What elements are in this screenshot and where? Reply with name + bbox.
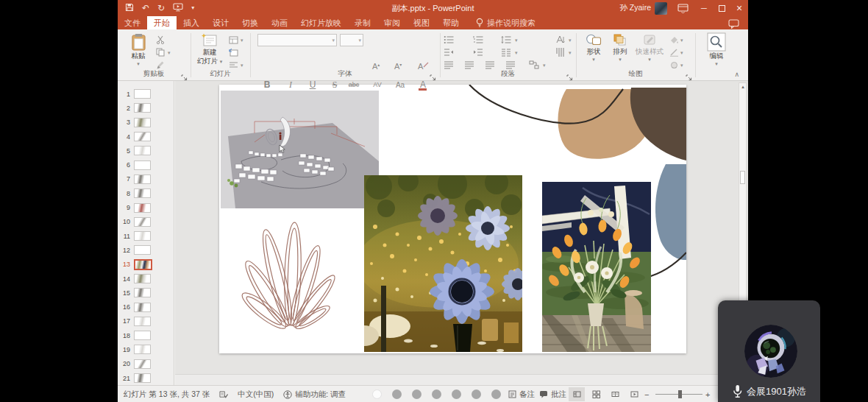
paragraph-dialog-launcher-icon[interactable] — [566, 71, 573, 77]
slide-thumbnail[interactable]: 19 — [118, 342, 174, 356]
accessibility-status[interactable]: 辅助功能: 调查 — [283, 389, 346, 400]
editing-button[interactable]: 编辑 ▾ — [700, 32, 733, 66]
font-size-combobox[interactable]: ▾ — [340, 34, 363, 46]
maximize-button[interactable] — [713, 0, 730, 16]
annotation-dot[interactable] — [491, 389, 501, 399]
annotation-dot-active[interactable] — [372, 389, 382, 399]
shape-effects-button[interactable] — [668, 60, 680, 70]
current-slide[interactable] — [219, 85, 686, 353]
slide-thumbnail[interactable]: 15 — [118, 286, 174, 300]
notes-button[interactable]: 备注 — [508, 386, 535, 402]
account-avatar[interactable] — [655, 2, 667, 15]
numbering-button[interactable] — [472, 35, 484, 45]
slide-thumbnail[interactable]: 1 — [118, 87, 174, 101]
change-case-button[interactable]: Aa — [393, 78, 408, 91]
slide-thumbnail[interactable]: 7 — [118, 172, 174, 186]
slide-sorter-view-button[interactable] — [588, 387, 604, 401]
slide-thumbnail[interactable]: 20 — [118, 357, 174, 371]
undo-icon[interactable]: ↶ — [142, 4, 149, 13]
annotation-dot[interactable] — [392, 389, 402, 399]
italic-button[interactable]: I — [283, 78, 298, 91]
zoom-out-button[interactable]: − — [644, 386, 649, 402]
align-left-button[interactable] — [443, 60, 455, 70]
clipboard-dialog-launcher-icon[interactable] — [181, 71, 188, 77]
reset-slide-button[interactable] — [227, 47, 239, 57]
shape-outline-button[interactable] — [668, 47, 680, 57]
slide-thumbnail[interactable]: 21 — [118, 371, 174, 385]
justify-button[interactable] — [505, 60, 516, 70]
gerbera-night-photo[interactable] — [349, 169, 535, 352]
tab-animations[interactable]: 动画 — [265, 16, 294, 29]
slide-thumbnail[interactable]: 3 — [118, 116, 174, 130]
slide-thumbnail[interactable]: 6 — [118, 158, 174, 172]
slideshow-view-button[interactable] — [626, 387, 642, 401]
slide-thumbnail[interactable]: 17 — [118, 314, 174, 328]
start-slideshow-icon[interactable] — [173, 1, 183, 15]
columns-button[interactable] — [500, 47, 512, 57]
tab-record[interactable]: 录制 — [348, 16, 377, 29]
underline-button[interactable]: U — [305, 78, 320, 91]
annotation-dot[interactable] — [432, 389, 441, 399]
slide-thumbnail-selected[interactable]: 13 — [118, 258, 174, 272]
close-button[interactable]: × — [730, 0, 748, 16]
font-name-combobox[interactable]: ▾ — [257, 34, 337, 46]
sketchup-site-plan-image[interactable] — [221, 91, 379, 208]
tab-insert[interactable]: 插入 — [177, 16, 206, 29]
slide-thumbnail[interactable]: 12 — [118, 243, 174, 257]
paste-button[interactable]: 粘贴 ▾ — [125, 33, 152, 66]
slide-thumbnail[interactable]: 4 — [118, 130, 174, 144]
tab-slideshow[interactable]: 幻灯片放映 — [294, 16, 348, 29]
collapse-ribbon-icon[interactable]: ∧ — [734, 71, 739, 78]
align-center-button[interactable] — [463, 60, 475, 70]
normal-view-button[interactable] — [569, 387, 585, 401]
bouquet-photo[interactable] — [539, 182, 651, 352]
shape-fill-button[interactable] — [668, 35, 680, 45]
slide-thumbnail[interactable]: 9 — [118, 200, 174, 214]
cut-button[interactable] — [154, 35, 166, 45]
copy-button[interactable] — [154, 47, 166, 57]
slide-thumbnail[interactable]: 11 — [118, 229, 174, 243]
slide-thumbnail-panel[interactable]: 1 2 3 4 5 6 7 8 9 10 11 12 13 14 15 16 1… — [118, 81, 174, 385]
tab-file[interactable]: 文件 — [118, 16, 147, 29]
slide-thumbnail[interactable]: 8 — [118, 186, 174, 200]
slide-thumbnail[interactable]: 10 — [118, 215, 174, 229]
strikethrough-button[interactable]: S — [327, 78, 342, 91]
decrease-indent-button[interactable] — [443, 47, 455, 57]
annotation-dot[interactable] — [472, 389, 481, 399]
quick-styles-button[interactable]: 快速样式 ▾ — [633, 33, 666, 62]
zoom-in-button[interactable]: + — [705, 386, 710, 402]
slide-thumbnail[interactable]: 14 — [118, 272, 174, 286]
spellcheck-icon[interactable] — [219, 390, 228, 399]
minimize-button[interactable]: ─ — [695, 0, 713, 16]
tab-view[interactable]: 视图 — [407, 16, 436, 29]
redo-icon[interactable]: ↻ — [157, 4, 165, 13]
copy-caret-icon[interactable]: ▾ — [168, 50, 171, 55]
tab-home[interactable]: 开始 — [147, 16, 177, 29]
convert-to-smartart-button[interactable] — [528, 60, 540, 70]
bullets-button[interactable] — [443, 35, 455, 45]
text-direction-button[interactable] — [555, 35, 566, 45]
shapes-button[interactable]: 形状 ▾ — [581, 33, 606, 62]
customize-qat-caret-icon[interactable]: ▾ — [191, 5, 194, 11]
align-right-button[interactable] — [484, 60, 496, 70]
tell-me-search[interactable]: 操作说明搜索 — [476, 16, 536, 29]
leaf-line-art[interactable] — [238, 222, 339, 334]
slide-thumbnail[interactable]: 16 — [118, 300, 174, 314]
ribbon-display-options-icon[interactable] — [675, 0, 691, 16]
new-slide-button[interactable]: 新建 幻灯片 ▾ — [194, 33, 225, 66]
arrange-button[interactable]: 排列 ▾ — [608, 33, 633, 62]
slide-counter[interactable]: 幻灯片 第 13 张, 共 37 张 — [124, 389, 210, 400]
slide-canvas[interactable]: ▴ — [175, 81, 748, 385]
slide-thumbnail[interactable]: 18 — [118, 328, 174, 342]
scroll-up-icon[interactable]: ▴ — [740, 84, 746, 90]
annotation-dot[interactable] — [452, 389, 461, 399]
bold-button[interactable]: B — [260, 78, 274, 91]
increase-indent-button[interactable] — [472, 47, 484, 57]
font-color-button[interactable]: A — [416, 78, 430, 91]
annotation-dot[interactable] — [412, 389, 421, 399]
character-spacing-button[interactable]: AV — [370, 78, 385, 91]
save-icon[interactable] — [125, 1, 134, 15]
slide-thumbnail[interactable]: 2 — [118, 101, 174, 115]
align-text-button[interactable] — [555, 47, 566, 57]
webcam-overlay[interactable]: 会展1901孙浩 — [718, 300, 820, 402]
